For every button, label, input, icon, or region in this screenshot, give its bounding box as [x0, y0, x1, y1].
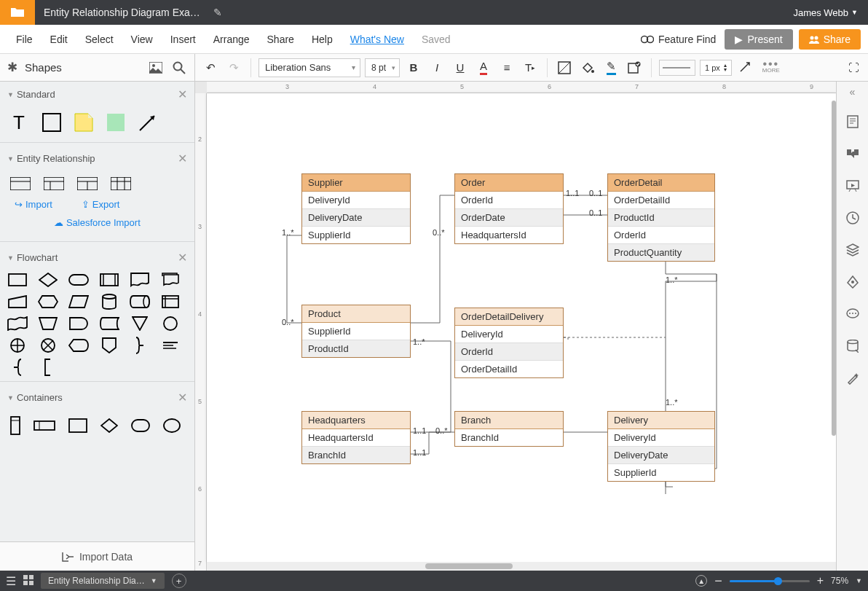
- cont-5[interactable]: [131, 419, 150, 432]
- data-icon[interactable]: [845, 338, 861, 354]
- master-icon[interactable]: [845, 274, 861, 290]
- salesforce-import-link[interactable]: ☁ Salesforce Import: [7, 214, 187, 235]
- fc-brace-right[interactable]: [130, 337, 150, 353]
- add-page-button[interactable]: +: [172, 574, 186, 588]
- image-icon[interactable]: [148, 60, 164, 76]
- text-color-icon[interactable]: A: [474, 58, 493, 77]
- text-shape[interactable]: T: [10, 113, 29, 132]
- horizontal-scrollbar[interactable]: [207, 562, 836, 571]
- fc-preparation[interactable]: [38, 294, 58, 310]
- section-flowchart[interactable]: ▼Flowchart✕: [7, 251, 187, 265]
- line-style-select[interactable]: [659, 60, 695, 76]
- fc-multidoc[interactable]: [160, 272, 181, 288]
- er-shape-4[interactable]: [111, 177, 131, 190]
- redo-icon[interactable]: ↷: [224, 58, 243, 77]
- menu-help[interactable]: Help: [303, 34, 342, 45]
- fc-stored-data[interactable]: [99, 316, 119, 332]
- fc-decision[interactable]: [38, 272, 58, 288]
- feature-find[interactable]: Feature Find: [641, 34, 716, 45]
- chat-icon[interactable]: [845, 306, 861, 322]
- magic-icon[interactable]: [845, 370, 861, 386]
- user-menu[interactable]: James Webb▼: [783, 7, 868, 18]
- entity-branch[interactable]: Branch BranchId: [454, 411, 564, 447]
- presentation-icon[interactable]: [845, 178, 861, 194]
- font-select[interactable]: Liberation Sans: [259, 58, 360, 77]
- cont-2[interactable]: [33, 420, 55, 431]
- page-icon[interactable]: [845, 114, 861, 130]
- entity-headquarters[interactable]: Headquarters HeadquartersId BranchId: [301, 411, 411, 464]
- close-icon[interactable]: ✕: [178, 391, 187, 404]
- section-er[interactable]: ▼Entity Relationship✕: [7, 152, 187, 165]
- document-title[interactable]: Entity Relationship Diagram Exa…: [35, 7, 209, 18]
- fc-off-page[interactable]: [99, 337, 119, 353]
- zoom-level[interactable]: 75%: [831, 576, 848, 586]
- cont-1[interactable]: [10, 416, 20, 435]
- menu-edit[interactable]: Edit: [42, 34, 76, 45]
- fc-connector[interactable]: [160, 316, 181, 332]
- fc-predefined[interactable]: [99, 272, 119, 288]
- er-shape-1[interactable]: [10, 177, 31, 190]
- cont-4[interactable]: [100, 418, 118, 433]
- entity-order[interactable]: Order OrderId OrderDate HeadquartersId: [454, 173, 564, 244]
- arrow-shape[interactable]: [138, 113, 157, 132]
- comment-icon[interactable]: [845, 146, 861, 162]
- fc-paper-tape[interactable]: [7, 316, 28, 332]
- entity-supplier[interactable]: Supplier DeliveryId DeliveryDate Supplie…: [301, 173, 411, 244]
- whats-new-link[interactable]: What's New: [342, 34, 413, 45]
- fc-data[interactable]: [68, 294, 89, 310]
- er-shape-3[interactable]: [77, 177, 98, 190]
- fc-terminator[interactable]: [68, 272, 89, 288]
- shapes-settings-icon[interactable]: ✱: [7, 60, 17, 75]
- share-button[interactable]: Share: [799, 29, 861, 50]
- fc-note[interactable]: [160, 337, 181, 353]
- line-width-select[interactable]: 1 px▴▾: [700, 60, 732, 76]
- section-containers[interactable]: ▼Containers✕: [7, 391, 187, 404]
- menu-file[interactable]: File: [7, 34, 42, 45]
- zoom-slider[interactable]: [730, 580, 810, 582]
- font-size-select[interactable]: 8 pt: [365, 58, 400, 77]
- italic-icon[interactable]: I: [427, 58, 446, 77]
- entity-order-detail-delivery[interactable]: OrderDetailDelivery DeliveryId OrderId O…: [454, 308, 564, 378]
- menu-view[interactable]: View: [122, 34, 162, 45]
- fc-process[interactable]: [7, 272, 28, 288]
- entity-order-detail[interactable]: OrderDetail OrderDetailId ProductId Orde…: [607, 173, 715, 262]
- line-options-icon[interactable]: [736, 58, 755, 77]
- fill-bucket-icon[interactable]: [578, 58, 597, 77]
- menu-select[interactable]: Select: [76, 34, 122, 45]
- menu-share[interactable]: Share: [259, 34, 303, 45]
- fc-internal-storage[interactable]: [160, 294, 181, 310]
- fc-or[interactable]: [7, 337, 28, 353]
- cont-6[interactable]: [163, 418, 181, 433]
- page-tab[interactable]: Entity Relationship Dia…▼: [41, 573, 165, 589]
- section-standard[interactable]: ▼Standard✕: [7, 87, 187, 101]
- import-link[interactable]: ↪ Import: [15, 199, 52, 210]
- vertical-scrollbar[interactable]: [830, 93, 836, 562]
- note-shape[interactable]: [74, 113, 93, 132]
- fc-merge[interactable]: [130, 316, 150, 332]
- shape-options-icon[interactable]: [625, 58, 644, 77]
- grid-icon[interactable]: [23, 575, 33, 587]
- outline-icon[interactable]: ☰: [6, 574, 16, 588]
- layers-icon[interactable]: [845, 242, 861, 258]
- block-shape[interactable]: [106, 113, 125, 132]
- fc-summing[interactable]: [38, 337, 58, 353]
- collapse-panel-icon[interactable]: «: [850, 86, 856, 98]
- underline-icon[interactable]: U: [451, 58, 470, 77]
- rect-shape[interactable]: [42, 113, 61, 132]
- menu-arrange[interactable]: Arrange: [205, 34, 259, 45]
- entity-delivery[interactable]: Delivery DeliveryId DeliveryDate Supplie…: [607, 411, 715, 482]
- fc-manual-op[interactable]: [38, 316, 58, 332]
- zoom-in-button[interactable]: +: [817, 574, 824, 587]
- canvas-area[interactable]: 3 4 5 6 7 8 9 2 3 4 5 6 7: [195, 82, 868, 571]
- fc-database[interactable]: [99, 294, 119, 310]
- undo-icon[interactable]: ↶: [201, 58, 220, 77]
- bold-icon[interactable]: B: [404, 58, 423, 77]
- fc-brace-left[interactable]: [7, 359, 28, 375]
- align-icon[interactable]: ≡: [497, 58, 516, 77]
- border-color-icon[interactable]: ✎: [601, 58, 620, 77]
- fc-document[interactable]: [130, 272, 150, 288]
- close-icon[interactable]: ✕: [178, 87, 187, 101]
- edit-title-icon[interactable]: ✎: [213, 7, 222, 18]
- fc-manual-input[interactable]: [7, 294, 28, 310]
- text-options-icon[interactable]: T▸: [521, 58, 540, 77]
